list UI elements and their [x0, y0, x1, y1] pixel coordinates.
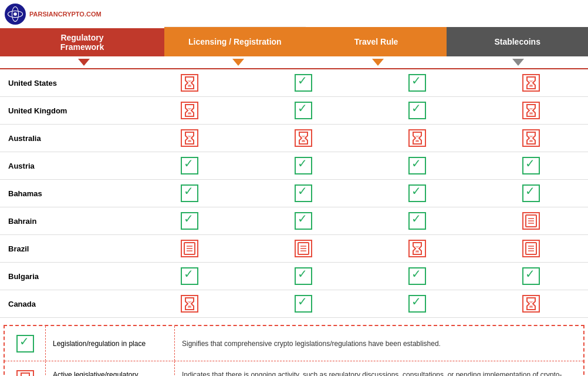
travel-icon — [360, 125, 474, 152]
country-name: Bulgaria — [0, 263, 133, 290]
col-header-stablecoins: Stablecoins — [447, 27, 588, 56]
framework-icon — [133, 125, 246, 152]
stablecoins-icon — [474, 207, 588, 235]
table-row: Australia — [0, 125, 588, 152]
travel-icon — [360, 235, 474, 263]
col-framework-label: RegulatoryFramework — [60, 33, 104, 52]
svg-rect-4 — [188, 85, 191, 87]
stablecoins-icon — [474, 69, 588, 97]
legend-label: Active legislative/regulatory engagement — [46, 361, 175, 376]
country-name: United Kingdom — [0, 97, 133, 125]
licensing-icon — [246, 235, 360, 263]
table-row: Canada ✓ ✓ — [0, 290, 588, 318]
framework-icon — [133, 235, 246, 263]
country-name: Australia — [0, 125, 133, 152]
legend-icon-cell — [5, 361, 46, 376]
licensing-icon — [246, 125, 360, 152]
travel-icon: ✓ — [360, 263, 474, 290]
framework-icon: ✓ — [133, 263, 246, 290]
table-row: Austria ✓ ✓ ✓ ✓ — [0, 152, 588, 180]
travel-icon: ✓ — [360, 207, 474, 235]
legend-description: Indicates that there is ongoing activity… — [175, 361, 583, 376]
arrow-row — [0, 56, 588, 69]
country-name: Bahrain — [0, 207, 133, 235]
licensing-icon: ✓ — [246, 263, 360, 290]
svg-rect-11 — [529, 140, 533, 142]
table-row: Bulgaria ✓ ✓ ✓ ✓ — [0, 263, 588, 290]
licensing-icon: ✓ — [246, 152, 360, 180]
svg-rect-8 — [188, 140, 191, 142]
stablecoins-icon: ✓ — [474, 152, 588, 180]
country-name: Canada — [0, 290, 133, 318]
framework-icon — [133, 290, 246, 318]
legend-icon-cell: ✓ — [5, 326, 46, 361]
svg-rect-30 — [529, 306, 533, 308]
stablecoins-icon — [474, 235, 588, 263]
travel-icon: ✓ — [360, 152, 474, 180]
svg-rect-6 — [188, 112, 191, 115]
data-table: United States ✓ ✓ United Kingdom — [0, 69, 588, 318]
col-stablecoins-label: Stablecoins — [494, 37, 540, 46]
travel-icon: ✓ — [360, 290, 474, 318]
col-travel-label: Travel Rule — [354, 37, 398, 46]
svg-rect-7 — [529, 112, 533, 115]
country-name: United States — [0, 69, 133, 97]
stablecoins-icon: ✓ — [474, 263, 588, 290]
legend-row: Active legislative/regulatory engagement… — [5, 361, 583, 376]
logo-text: PARSIANCRYPTO.COM — [29, 11, 102, 18]
stablecoins-icon — [474, 125, 588, 152]
table-row: United States ✓ ✓ — [0, 69, 588, 97]
svg-rect-5 — [529, 85, 533, 87]
framework-icon: ✓ — [133, 152, 246, 180]
country-name: Austria — [0, 152, 133, 180]
svg-rect-24 — [415, 250, 419, 253]
framework-icon — [133, 69, 246, 97]
legend-row: ✓ Legislation/regulation in place Signif… — [5, 326, 583, 361]
licensing-icon: ✓ — [246, 207, 360, 235]
framework-icon — [133, 97, 246, 125]
framework-icon: ✓ — [133, 207, 246, 235]
framework-icon: ✓ — [133, 180, 246, 207]
travel-icon: ✓ — [360, 180, 474, 207]
arrow-travel — [372, 59, 384, 66]
logo-area: PARSIANCRYPTO.COM — [0, 0, 164, 28]
licensing-icon: ✓ — [246, 180, 360, 207]
arrow-stablecoins — [512, 59, 524, 66]
stablecoins-icon: ✓ — [474, 180, 588, 207]
stablecoins-icon — [474, 290, 588, 318]
legend-description: Signifies that comprehensive crypto legi… — [175, 326, 583, 361]
svg-point-3 — [13, 12, 17, 16]
stablecoins-icon — [474, 97, 588, 125]
col-header-travel: Travel Rule — [306, 27, 447, 56]
country-name: Bahamas — [0, 180, 133, 207]
travel-icon: ✓ — [360, 97, 474, 125]
licensing-icon: ✓ — [246, 97, 360, 125]
table-row: United Kingdom ✓ ✓ — [0, 97, 588, 125]
legend-area: ✓ Legislation/regulation in place Signif… — [4, 325, 584, 376]
svg-rect-9 — [302, 140, 305, 142]
col-licensing-label: Licensing / Registration — [188, 37, 282, 46]
table-row: Bahrain ✓ ✓ ✓ — [0, 207, 588, 235]
table-row: Bahamas ✓ ✓ ✓ ✓ — [0, 180, 588, 207]
logo-icon — [5, 4, 26, 25]
col-header-licensing: Licensing / Registration — [164, 27, 306, 56]
table-header: PARSIANCRYPTO.COM RegulatoryFramework Li… — [0, 0, 588, 56]
col-header-framework: RegulatoryFramework — [0, 28, 164, 56]
travel-icon: ✓ — [360, 69, 474, 97]
legend-label: Legislation/regulation in place — [46, 326, 175, 361]
svg-rect-10 — [415, 140, 419, 142]
arrow-licensing — [232, 59, 244, 66]
licensing-icon: ✓ — [246, 69, 360, 97]
licensing-icon: ✓ — [246, 290, 360, 318]
svg-rect-29 — [188, 306, 191, 308]
country-name: Brazil — [0, 235, 133, 263]
arrow-framework — [78, 59, 90, 66]
table-row: Brazil — [0, 235, 588, 263]
